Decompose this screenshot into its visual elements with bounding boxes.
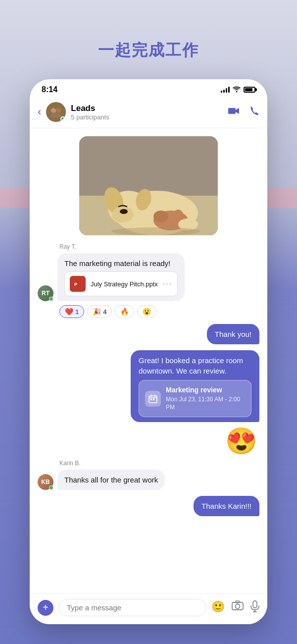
- svg-point-0: [236, 91, 237, 92]
- avatar-ray: RT: [38, 285, 53, 301]
- message-row-thankyou: Thank you!: [38, 324, 259, 344]
- status-bar: 8:14: [30, 79, 267, 98]
- avatar-karin: KB: [38, 474, 53, 490]
- dog-image: [79, 136, 218, 235]
- emoji-reaction-large: 😍: [38, 428, 259, 454]
- reactions-row: ❤️ 1 🎉 4 🔥 😮: [59, 305, 259, 318]
- svg-rect-7: [79, 136, 218, 196]
- svg-point-2: [51, 108, 56, 113]
- svg-rect-4: [51, 113, 61, 118]
- svg-point-16: [173, 210, 183, 219]
- group-avatar: [46, 102, 66, 122]
- reaction-wow[interactable]: 😮: [137, 305, 156, 318]
- message-row-karin: KB Thanks all for the great work: [38, 470, 259, 490]
- pptx-icon: P: [70, 276, 86, 292]
- message-row-practice: Great! I booked a practice room downtown…: [38, 350, 259, 422]
- svg-rect-30: [253, 601, 257, 608]
- svg-point-15: [153, 211, 168, 222]
- calendar-icon: [145, 391, 161, 407]
- karin-message-text: Thanks all for the great work: [64, 475, 158, 485]
- svg-rect-29: [236, 601, 240, 603]
- svg-point-12: [112, 207, 134, 222]
- wifi-icon: [233, 86, 241, 94]
- calendar-card[interactable]: Marketing review Mon Jul 23, 11:30 AM - …: [139, 380, 251, 417]
- bubble-incoming-karin: Thanks all for the great work: [57, 470, 165, 490]
- status-icons: [221, 86, 255, 94]
- reaction-fire[interactable]: 🔥: [115, 305, 134, 318]
- calendar-time: Mon Jul 23, 11:30 AM - 2:00 PM: [166, 395, 245, 412]
- header-actions: [228, 106, 259, 118]
- sender-label-karin: Karin B.: [59, 460, 259, 467]
- back-button[interactable]: ‹: [38, 106, 41, 118]
- message-row-ray: RT The marketing material is ready! P Ju…: [38, 253, 259, 301]
- group-name: Leads: [71, 104, 228, 113]
- dog-image-container: [38, 136, 259, 235]
- status-time: 8:14: [42, 85, 57, 94]
- svg-rect-5: [228, 108, 236, 114]
- bubble-practice: Great! I booked a practice room downtown…: [131, 350, 259, 422]
- chat-area: Ray T. RT The marketing material is read…: [30, 128, 267, 593]
- message-row-thankskarin: Thanks Karin!!!: [38, 496, 259, 516]
- file-options-icon[interactable]: ···: [163, 279, 172, 288]
- svg-text:P: P: [74, 282, 77, 287]
- video-call-icon[interactable]: [228, 106, 240, 118]
- battery-icon: [244, 87, 255, 93]
- message-group-ray: Ray T. RT The marketing material is read…: [38, 243, 259, 318]
- bubble-thankskarin: Thanks Karin!!!: [194, 496, 259, 516]
- phone-mockup: 8:14 ‹: [30, 79, 267, 624]
- chat-header: ‹ Leads 5 participants: [30, 98, 267, 128]
- bubble-thankyou: Thank you!: [207, 324, 259, 344]
- phone-call-icon[interactable]: [249, 106, 259, 118]
- reaction-heart[interactable]: ❤️ 1: [59, 305, 84, 318]
- input-actions: 🙂: [211, 600, 259, 615]
- group-info: Leads 5 participants: [71, 104, 228, 121]
- bubble-incoming-ray: The marketing material is ready! P July …: [57, 253, 185, 301]
- svg-rect-26: [153, 399, 154, 400]
- svg-point-3: [56, 108, 61, 113]
- page-title: 一起完成工作: [0, 40, 297, 61]
- signal-icon: [221, 87, 230, 93]
- mic-button[interactable]: [250, 600, 259, 615]
- reaction-party[interactable]: 🎉 4: [87, 305, 112, 318]
- sender-label-ray: Ray T.: [59, 243, 259, 250]
- message-group-karin: Karin B. KB Thanks all for the great wor…: [38, 460, 259, 490]
- svg-rect-25: [150, 399, 152, 400]
- svg-point-28: [236, 604, 240, 608]
- ray-message-text: The marketing material is ready!: [64, 258, 178, 268]
- camera-button[interactable]: [232, 600, 244, 615]
- emoji-button[interactable]: 🙂: [211, 600, 225, 615]
- add-button[interactable]: +: [38, 600, 53, 616]
- message-input[interactable]: [58, 599, 206, 616]
- file-name: July Strategy Pitch.pptx: [91, 280, 158, 288]
- input-bar: + 🙂: [30, 593, 267, 624]
- svg-point-18: [111, 227, 200, 235]
- file-attachment[interactable]: P July Strategy Pitch.pptx ···: [64, 271, 178, 296]
- calendar-title: Marketing review: [166, 385, 245, 395]
- group-participants: 5 participants: [71, 113, 228, 121]
- svg-point-13: [120, 209, 128, 214]
